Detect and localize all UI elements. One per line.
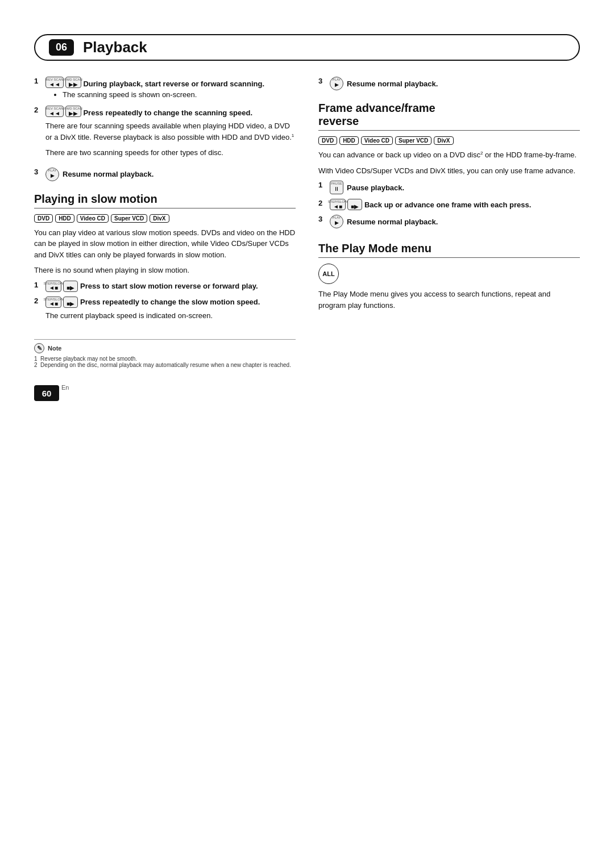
badge-divx-slow: DivX <box>150 214 169 223</box>
step-num-1: 1 <box>34 77 42 85</box>
scan-step-3: 3 PLAY ▶ Resume normal playback. <box>34 168 296 181</box>
main-content: 1 REV SCAN ◄◄ FWD SCAN ▶▶ <box>34 77 580 401</box>
step-1-text: During playback, start reverse or forwar… <box>83 80 264 88</box>
note-icon: ✎ <box>34 343 44 353</box>
slow-motion-para1: You can play video at various slow motio… <box>34 227 296 261</box>
slow-motion-badges: DVD HDD Video CD Super VCD DivX <box>34 214 296 223</box>
all-badge: ALL <box>318 264 339 284</box>
slow-step-1-text: Press to start slow motion reverse or fo… <box>80 282 258 290</box>
frame-advance-para1: You can advance or back up video on a DV… <box>318 149 580 161</box>
note-fn2: 2 Depending on the disc, normal playback… <box>34 362 296 368</box>
frame-step-2-content: STEP/SLOW ◄■ ■▶ Back up or advance one f… <box>330 199 580 210</box>
slow-step-2-text: Press repeatedly to change the slow moti… <box>80 298 260 306</box>
chapter-title: Playback <box>83 39 147 56</box>
frame-step-2: 2 STEP/SLOW ◄■ ■▶ Back up or advan <box>318 199 580 210</box>
badge-hdd-frame: HDD <box>339 136 359 145</box>
note-fn1: 1 Reverse playback may not be smooth. <box>34 356 296 362</box>
play-label-1: PLAY <box>48 169 57 172</box>
badge-hdd-slow: HDD <box>55 214 74 223</box>
frame-advance-title: Frame advance/framereverse <box>318 102 580 131</box>
frame-step-2-text: Back up or advance one frame with each p… <box>364 201 531 209</box>
step-num-2: 2 <box>34 106 42 114</box>
step-slow-rev-1[interactable]: STEP/SLOW ◄■ <box>45 281 61 292</box>
col-right: 3 PLAY ▶ Resume normal playback. Frame a… <box>318 77 580 401</box>
step-slow-fwd-2[interactable]: ■▶ <box>63 297 78 308</box>
step-slow-label-1: STEP/SLOW <box>43 282 63 285</box>
right-scan-step-3: 3 PLAY ▶ Resume normal playback. <box>318 77 580 90</box>
step-slow-rev-frame[interactable]: STEP/SLOW ◄■ <box>330 199 346 210</box>
step-slow-fwd-1[interactable]: ■▶ <box>63 281 78 292</box>
note-box: ✎ Note 1 Reverse playback may not be smo… <box>34 339 296 368</box>
fwd-scan-button-2[interactable]: FWD SCAN ▶▶ <box>65 106 81 117</box>
slow-step-2-content: STEP/SLOW ◄■ ■▶ Press repeatedly to chan… <box>45 297 296 326</box>
scan-step-1: 1 REV SCAN ◄◄ FWD SCAN ▶▶ <box>34 77 296 101</box>
play-mode-title: The Play Mode menu <box>318 242 580 258</box>
pause-button[interactable]: PAUSE ⏸ <box>330 181 343 194</box>
play-mode-para: The Play Mode menu gives you access to s… <box>318 289 580 311</box>
badge-svcd-slow: Super VCD <box>111 214 147 223</box>
step-2-text: Press repeatedly to change the scanning … <box>83 108 252 117</box>
chapter-number: 06 <box>49 39 74 56</box>
badge-vcd-frame: Video CD <box>361 136 393 145</box>
slow-motion-para2: There is no sound when playing in slow m… <box>34 265 296 276</box>
frame-step-1-content: PAUSE ⏸ Pause playback. <box>330 181 580 194</box>
page: 06 Playback 1 REV SCAN ◄◄ <box>0 0 614 424</box>
badge-dvd-slow: DVD <box>34 214 53 223</box>
play-button-frame[interactable]: PLAY ▶ <box>330 215 343 228</box>
right-step-num-3: 3 <box>318 77 326 85</box>
frame-advance-badges: DVD HDD Video CD Super VCD DivX <box>318 136 580 145</box>
play-button-right[interactable]: PLAY ▶ <box>330 77 343 90</box>
page-footer: 60 En <box>34 374 296 401</box>
step-slow-rev-2[interactable]: STEP/SLOW ◄■ <box>45 297 61 308</box>
badge-svcd-frame: Super VCD <box>395 136 432 145</box>
pause-label: PAUSE <box>331 182 342 185</box>
col-left: 1 REV SCAN ◄◄ FWD SCAN ▶▶ <box>34 77 296 401</box>
slow-step-1-content: STEP/SLOW ◄■ ■▶ Press to start slow moti… <box>45 281 296 292</box>
rev-scan-label: REV SCAN <box>46 78 64 81</box>
slow-step-2: 2 STEP/SLOW ◄■ ■▶ Press repeatedly <box>34 297 296 326</box>
rev-scan-label-2: REV SCAN <box>46 107 64 110</box>
slow-step-2-para: The current playback speed is indicated … <box>45 310 296 322</box>
fwd-scan-button[interactable]: FWD SCAN ▶▶ <box>65 77 81 88</box>
fwd-scan-label-2: FWD SCAN <box>64 107 82 110</box>
frame-step-3: 3 PLAY ▶ Resume normal playback. <box>318 215 580 228</box>
slow-step-num-2: 2 <box>34 297 42 305</box>
step-slow-label-frame: STEP/SLOW <box>327 200 347 203</box>
step-2-content: REV SCAN ◄◄ FWD SCAN ▶▶ Press repeatedly… <box>45 106 296 163</box>
play-label-frame: PLAY <box>333 216 341 219</box>
scan-step-2: 2 REV SCAN ◄◄ FWD SCAN ▶▶ <box>34 106 296 163</box>
fwd-scan-label: FWD SCAN <box>64 78 82 81</box>
frame-step-num-3: 3 <box>318 215 326 223</box>
slow-step-1: 1 STEP/SLOW ◄■ ■▶ Press to start s <box>34 281 296 292</box>
play-button-1[interactable]: PLAY ▶ <box>45 168 59 181</box>
rev-scan-button[interactable]: REV SCAN ◄◄ <box>45 77 64 88</box>
badge-vcd-slow: Video CD <box>77 214 109 223</box>
step-3-content: PLAY ▶ Resume normal playback. <box>45 168 296 181</box>
slow-motion-title: Playing in slow motion <box>34 193 296 208</box>
badge-dvd-frame: DVD <box>318 136 337 145</box>
step-3-text: Resume normal playback. <box>63 170 154 178</box>
chapter-header: 06 Playback <box>34 34 580 61</box>
step-slow-label-2: STEP/SLOW <box>43 298 63 301</box>
frame-step-3-text: Resume normal playback. <box>347 218 438 226</box>
rev-scan-button-2[interactable]: REV SCAN ◄◄ <box>45 106 64 117</box>
step-slow-fwd-frame[interactable]: ■▶ <box>347 199 362 210</box>
fn2-ref: 2 <box>480 151 483 156</box>
frame-step-1: 1 PAUSE ⏸ Pause playback. <box>318 181 580 194</box>
badge-divx-frame: DivX <box>434 136 453 145</box>
right-step-3-text: Resume normal playback. <box>347 80 438 88</box>
frame-advance-para2: With Video CDs/Super VCDs and DivX title… <box>318 165 580 177</box>
frame-step-1-text: Pause playback. <box>347 183 404 192</box>
play-label-right: PLAY <box>333 78 341 81</box>
step-1-content: REV SCAN ◄◄ FWD SCAN ▶▶ During playback,… <box>45 77 296 101</box>
frame-step-num-2: 2 <box>318 199 326 207</box>
fn1-ref: 1 <box>292 132 294 137</box>
frame-step-num-1: 1 <box>318 181 326 189</box>
step-2-para2: There are two scanning speeds for other … <box>45 147 296 158</box>
step-2-para1: There are four scanning speeds available… <box>45 120 296 143</box>
step-1-bullet: The scanning speed is shown on-screen. <box>63 90 296 99</box>
page-lang: En <box>61 384 69 391</box>
step-num-3: 3 <box>34 168 42 176</box>
note-title: ✎ Note <box>34 343 296 353</box>
right-step-3-content: PLAY ▶ Resume normal playback. <box>330 77 580 90</box>
